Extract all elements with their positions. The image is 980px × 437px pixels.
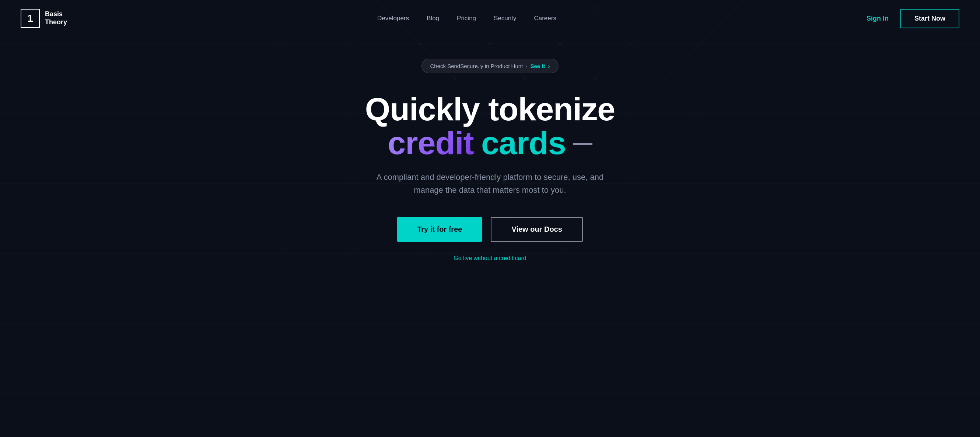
signin-link[interactable]: Sign In: [867, 15, 889, 22]
logo-text: Basis Theory: [45, 10, 67, 26]
product-hunt-badge[interactable]: Check SendSecure.ly in Product Hunt · Se…: [422, 59, 558, 73]
hero-heading: Quickly tokenize credit cards: [365, 92, 615, 160]
start-now-button[interactable]: Start Now: [900, 9, 959, 28]
view-docs-button[interactable]: View our Docs: [491, 217, 582, 242]
heading-line1: Quickly tokenize: [365, 92, 615, 126]
heading-cards: cards: [481, 126, 566, 160]
nav-careers[interactable]: Careers: [534, 15, 556, 22]
logo-icon: 1: [21, 9, 40, 28]
nav-links: Developers Blog Pricing Security Careers: [377, 15, 556, 22]
heading-credit: credit: [388, 126, 474, 160]
nav-security[interactable]: Security: [494, 15, 516, 22]
badge-arrow: ›: [548, 63, 550, 69]
cursor-bar: [573, 143, 592, 145]
cta-buttons: Try it for free View our Docs: [397, 217, 583, 242]
try-free-button[interactable]: Try it for free: [397, 217, 482, 242]
heading-line2: credit cards: [365, 126, 615, 160]
nav-developers[interactable]: Developers: [377, 15, 409, 22]
cursor-underline: [573, 142, 592, 145]
badge-text: Check SendSecure.ly in Product Hunt: [430, 63, 523, 69]
hero-section: Check SendSecure.ly in Product Hunt · Se…: [0, 37, 980, 291]
badge-see-it: See It: [530, 63, 545, 69]
logo[interactable]: 1 Basis Theory: [21, 9, 67, 28]
hero-subheading: A compliant and developer-friendly platf…: [365, 171, 615, 196]
nav-pricing[interactable]: Pricing: [457, 15, 476, 22]
go-live-text: Go live without a credit card: [453, 255, 526, 261]
navbar: 1 Basis Theory Developers Blog Pricing S…: [0, 0, 980, 37]
badge-dot: ·: [526, 63, 527, 69]
nav-actions: Sign In Start Now: [867, 9, 959, 28]
nav-blog[interactable]: Blog: [426, 15, 439, 22]
